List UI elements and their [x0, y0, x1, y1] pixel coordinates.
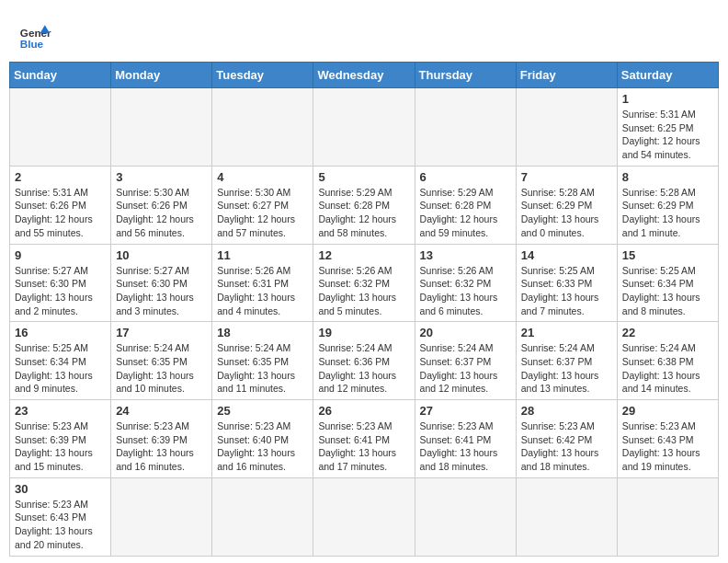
day-info: Sunrise: 5:23 AM Sunset: 6:43 PM Dayligh… [15, 498, 106, 552]
day-info: Sunrise: 5:25 AM Sunset: 6:34 PM Dayligh… [15, 341, 106, 396]
calendar-cell: 21Sunrise: 5:24 AM Sunset: 6:37 PM Dayli… [516, 322, 617, 400]
calendar-cell: 5Sunrise: 5:29 AM Sunset: 6:28 PM Daylig… [313, 166, 415, 244]
day-number: 19 [318, 326, 409, 339]
calendar-cell: 17Sunrise: 5:24 AM Sunset: 6:35 PM Dayli… [111, 322, 212, 400]
day-number: 20 [420, 326, 511, 339]
calendar-week-row: 2Sunrise: 5:31 AM Sunset: 6:26 PM Daylig… [10, 166, 719, 244]
calendar-cell [617, 477, 718, 556]
day-number: 17 [116, 326, 207, 339]
calendar-cell: 13Sunrise: 5:26 AM Sunset: 6:32 PM Dayli… [415, 244, 516, 322]
day-info: Sunrise: 5:31 AM Sunset: 6:25 PM Dayligh… [622, 108, 713, 162]
calendar-cell [415, 88, 516, 167]
day-number: 30 [15, 482, 106, 496]
day-number: 21 [521, 326, 612, 339]
day-number: 12 [318, 248, 409, 262]
calendar-cell [516, 88, 617, 167]
day-info: Sunrise: 5:23 AM Sunset: 6:39 PM Dayligh… [15, 419, 106, 474]
logo: General Blue [18, 18, 51, 52]
calendar-cell: 7Sunrise: 5:28 AM Sunset: 6:29 PM Daylig… [516, 166, 617, 244]
day-number: 9 [15, 248, 106, 262]
day-number: 15 [622, 248, 713, 262]
day-info: Sunrise: 5:28 AM Sunset: 6:29 PM Dayligh… [521, 186, 612, 240]
svg-text:Blue: Blue [20, 38, 44, 50]
day-info: Sunrise: 5:23 AM Sunset: 6:42 PM Dayligh… [521, 419, 612, 474]
day-info: Sunrise: 5:24 AM Sunset: 6:37 PM Dayligh… [420, 341, 511, 396]
calendar-cell: 18Sunrise: 5:24 AM Sunset: 6:35 PM Dayli… [212, 322, 313, 400]
calendar-cell: 19Sunrise: 5:24 AM Sunset: 6:36 PM Dayli… [313, 322, 415, 400]
day-number: 11 [217, 248, 308, 262]
day-info: Sunrise: 5:27 AM Sunset: 6:30 PM Dayligh… [15, 264, 106, 318]
calendar-cell: 16Sunrise: 5:25 AM Sunset: 6:34 PM Dayli… [10, 322, 111, 400]
calendar-cell: 15Sunrise: 5:25 AM Sunset: 6:34 PM Dayli… [617, 244, 718, 322]
calendar-cell: 11Sunrise: 5:26 AM Sunset: 6:31 PM Dayli… [212, 244, 313, 322]
day-number: 6 [420, 170, 511, 184]
day-header-monday: Monday [111, 63, 212, 88]
day-info: Sunrise: 5:23 AM Sunset: 6:39 PM Dayligh… [116, 419, 207, 474]
day-number: 2 [15, 170, 106, 184]
calendar-cell [111, 88, 212, 167]
day-header-friday: Friday [516, 63, 617, 88]
page-header: General Blue [9, 9, 719, 56]
calendar-header-row: SundayMondayTuesdayWednesdayThursdayFrid… [10, 63, 719, 88]
calendar-cell: 3Sunrise: 5:30 AM Sunset: 6:26 PM Daylig… [111, 166, 212, 244]
calendar-cell: 10Sunrise: 5:27 AM Sunset: 6:30 PM Dayli… [111, 244, 212, 322]
calendar-week-row: 23Sunrise: 5:23 AM Sunset: 6:39 PM Dayli… [10, 400, 719, 478]
day-info: Sunrise: 5:23 AM Sunset: 6:41 PM Dayligh… [420, 419, 511, 474]
day-info: Sunrise: 5:24 AM Sunset: 6:36 PM Dayligh… [318, 341, 409, 396]
day-info: Sunrise: 5:28 AM Sunset: 6:29 PM Dayligh… [622, 186, 713, 240]
day-info: Sunrise: 5:31 AM Sunset: 6:26 PM Dayligh… [15, 186, 106, 240]
calendar-cell: 22Sunrise: 5:24 AM Sunset: 6:38 PM Dayli… [617, 322, 718, 400]
day-header-sunday: Sunday [10, 63, 111, 88]
day-number: 29 [622, 404, 713, 418]
day-info: Sunrise: 5:24 AM Sunset: 6:38 PM Dayligh… [622, 341, 713, 396]
calendar-cell [313, 88, 415, 167]
day-number: 28 [521, 404, 612, 418]
calendar-cell: 23Sunrise: 5:23 AM Sunset: 6:39 PM Dayli… [10, 400, 111, 478]
day-info: Sunrise: 5:30 AM Sunset: 6:26 PM Dayligh… [116, 186, 207, 240]
calendar-cell [111, 477, 212, 556]
day-number: 23 [15, 404, 106, 418]
day-number: 8 [622, 170, 713, 184]
day-info: Sunrise: 5:29 AM Sunset: 6:28 PM Dayligh… [318, 186, 409, 240]
calendar-cell: 6Sunrise: 5:29 AM Sunset: 6:28 PM Daylig… [415, 166, 516, 244]
day-number: 4 [217, 170, 308, 184]
day-header-tuesday: Tuesday [212, 63, 313, 88]
calendar-cell [10, 88, 111, 167]
calendar-cell: 27Sunrise: 5:23 AM Sunset: 6:41 PM Dayli… [415, 400, 516, 478]
day-info: Sunrise: 5:29 AM Sunset: 6:28 PM Dayligh… [420, 186, 511, 240]
day-number: 14 [521, 248, 612, 262]
calendar-cell: 2Sunrise: 5:31 AM Sunset: 6:26 PM Daylig… [10, 166, 111, 244]
calendar-cell: 25Sunrise: 5:23 AM Sunset: 6:40 PM Dayli… [212, 400, 313, 478]
day-info: Sunrise: 5:26 AM Sunset: 6:32 PM Dayligh… [318, 264, 409, 318]
day-number: 10 [116, 248, 207, 262]
day-info: Sunrise: 5:23 AM Sunset: 6:41 PM Dayligh… [318, 419, 409, 474]
calendar-cell: 30Sunrise: 5:23 AM Sunset: 6:43 PM Dayli… [10, 477, 111, 556]
day-number: 22 [622, 326, 713, 339]
day-number: 1 [622, 92, 713, 106]
calendar-week-row: 9Sunrise: 5:27 AM Sunset: 6:30 PM Daylig… [10, 244, 719, 322]
calendar-cell: 24Sunrise: 5:23 AM Sunset: 6:39 PM Dayli… [111, 400, 212, 478]
day-info: Sunrise: 5:30 AM Sunset: 6:27 PM Dayligh… [217, 186, 308, 240]
day-number: 5 [318, 170, 409, 184]
day-info: Sunrise: 5:26 AM Sunset: 6:32 PM Dayligh… [420, 264, 511, 318]
day-number: 27 [420, 404, 511, 418]
calendar-cell: 28Sunrise: 5:23 AM Sunset: 6:42 PM Dayli… [516, 400, 617, 478]
day-number: 24 [116, 404, 207, 418]
calendar-week-row: 30Sunrise: 5:23 AM Sunset: 6:43 PM Dayli… [10, 477, 719, 556]
day-number: 16 [15, 326, 106, 339]
day-number: 25 [217, 404, 308, 418]
calendar-week-row: 16Sunrise: 5:25 AM Sunset: 6:34 PM Dayli… [10, 322, 719, 400]
day-number: 13 [420, 248, 511, 262]
calendar-cell: 14Sunrise: 5:25 AM Sunset: 6:33 PM Dayli… [516, 244, 617, 322]
calendar-cell: 29Sunrise: 5:23 AM Sunset: 6:43 PM Dayli… [617, 400, 718, 478]
day-header-thursday: Thursday [415, 63, 516, 88]
day-info: Sunrise: 5:23 AM Sunset: 6:43 PM Dayligh… [622, 419, 713, 474]
day-info: Sunrise: 5:27 AM Sunset: 6:30 PM Dayligh… [116, 264, 207, 318]
logo-icon: General Blue [18, 18, 51, 52]
calendar-cell: 20Sunrise: 5:24 AM Sunset: 6:37 PM Dayli… [415, 322, 516, 400]
calendar-cell: 9Sunrise: 5:27 AM Sunset: 6:30 PM Daylig… [10, 244, 111, 322]
calendar-cell: 4Sunrise: 5:30 AM Sunset: 6:27 PM Daylig… [212, 166, 313, 244]
calendar-cell: 12Sunrise: 5:26 AM Sunset: 6:32 PM Dayli… [313, 244, 415, 322]
day-header-wednesday: Wednesday [313, 63, 415, 88]
calendar-cell [313, 477, 415, 556]
